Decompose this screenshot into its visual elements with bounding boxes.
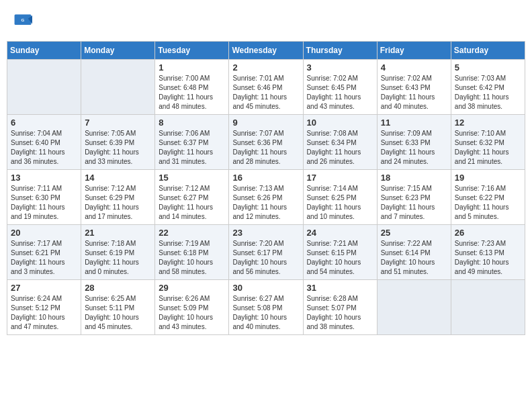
day-info: Sunrise: 7:13 AM Sunset: 6:26 PM Dayligh…	[232, 184, 299, 222]
day-info: Sunrise: 7:12 AM Sunset: 6:27 PM Dayligh…	[159, 184, 225, 222]
calendar-cell: 11Sunrise: 7:09 AM Sunset: 6:33 PM Dayli…	[377, 115, 451, 170]
calendar-cell: 27Sunrise: 6:24 AM Sunset: 5:12 PM Dayli…	[7, 280, 81, 335]
calendar-cell: 7Sunrise: 7:05 AM Sunset: 6:39 PM Daylig…	[81, 115, 155, 170]
calendar-cell	[81, 60, 155, 115]
day-info: Sunrise: 7:18 AM Sunset: 6:19 PM Dayligh…	[85, 239, 151, 277]
page-header: G	[7, 7, 525, 36]
day-number: 26	[455, 228, 521, 238]
day-info: Sunrise: 7:04 AM Sunset: 6:40 PM Dayligh…	[11, 129, 77, 167]
calendar-cell: 8Sunrise: 7:06 AM Sunset: 6:37 PM Daylig…	[155, 115, 229, 170]
calendar-cell: 26Sunrise: 7:23 AM Sunset: 6:13 PM Dayli…	[451, 225, 525, 280]
calendar-cell: 15Sunrise: 7:12 AM Sunset: 6:27 PM Dayli…	[155, 170, 229, 225]
calendar-cell: 3Sunrise: 7:02 AM Sunset: 6:45 PM Daylig…	[303, 60, 377, 115]
calendar-cell: 4Sunrise: 7:02 AM Sunset: 6:43 PM Daylig…	[377, 60, 451, 115]
calendar-cell: 25Sunrise: 7:22 AM Sunset: 6:14 PM Dayli…	[377, 225, 451, 280]
calendar-cell: 10Sunrise: 7:08 AM Sunset: 6:34 PM Dayli…	[303, 115, 377, 170]
day-number: 19	[455, 173, 521, 183]
calendar-cell: 6Sunrise: 7:04 AM Sunset: 6:40 PM Daylig…	[7, 115, 81, 170]
day-number: 16	[232, 173, 299, 183]
calendar-week-row: 13Sunrise: 7:11 AM Sunset: 6:30 PM Dayli…	[7, 170, 525, 225]
svg-text:G: G	[21, 17, 25, 22]
day-info: Sunrise: 7:00 AM Sunset: 6:48 PM Dayligh…	[159, 74, 225, 111]
weekday-header: Friday	[377, 42, 451, 60]
calendar-cell: 14Sunrise: 7:12 AM Sunset: 6:29 PM Dayli…	[81, 170, 155, 225]
day-number: 4	[381, 62, 447, 73]
day-info: Sunrise: 7:08 AM Sunset: 6:34 PM Dayligh…	[307, 129, 373, 167]
day-info: Sunrise: 7:14 AM Sunset: 6:25 PM Dayligh…	[307, 184, 373, 222]
calendar-cell: 20Sunrise: 7:17 AM Sunset: 6:21 PM Dayli…	[7, 225, 81, 280]
day-info: Sunrise: 7:01 AM Sunset: 6:46 PM Dayligh…	[232, 74, 299, 111]
day-info: Sunrise: 7:02 AM Sunset: 6:43 PM Dayligh…	[381, 74, 447, 111]
calendar-cell: 31Sunrise: 6:28 AM Sunset: 5:07 PM Dayli…	[303, 280, 377, 335]
calendar-cell: 12Sunrise: 7:10 AM Sunset: 6:32 PM Dayli…	[451, 115, 525, 170]
weekday-header: Monday	[81, 42, 155, 60]
calendar-cell: 17Sunrise: 7:14 AM Sunset: 6:25 PM Dayli…	[303, 170, 377, 225]
day-number: 28	[85, 283, 151, 293]
calendar-week-row: 1Sunrise: 7:00 AM Sunset: 6:48 PM Daylig…	[7, 60, 525, 115]
logo: G	[13, 13, 35, 32]
day-info: Sunrise: 7:02 AM Sunset: 6:45 PM Dayligh…	[307, 74, 373, 111]
day-info: Sunrise: 7:16 AM Sunset: 6:22 PM Dayligh…	[455, 184, 521, 222]
day-number: 25	[381, 228, 447, 238]
day-info: Sunrise: 7:05 AM Sunset: 6:39 PM Dayligh…	[85, 129, 151, 167]
day-info: Sunrise: 7:06 AM Sunset: 6:37 PM Dayligh…	[159, 129, 225, 167]
logo-icon: G	[13, 13, 32, 32]
weekday-header: Thursday	[303, 42, 377, 60]
day-number: 27	[11, 283, 77, 293]
calendar-table: SundayMondayTuesdayWednesdayThursdayFrid…	[7, 41, 525, 335]
day-info: Sunrise: 7:19 AM Sunset: 6:18 PM Dayligh…	[159, 239, 225, 277]
calendar-week-row: 27Sunrise: 6:24 AM Sunset: 5:12 PM Dayli…	[7, 280, 525, 335]
day-number: 20	[11, 228, 77, 238]
day-info: Sunrise: 7:17 AM Sunset: 6:21 PM Dayligh…	[11, 239, 77, 277]
day-number: 2	[232, 62, 299, 73]
calendar-cell	[451, 280, 525, 335]
day-number: 5	[455, 62, 521, 73]
calendar-cell: 13Sunrise: 7:11 AM Sunset: 6:30 PM Dayli…	[7, 170, 81, 225]
day-number: 9	[232, 118, 299, 128]
day-number: 11	[381, 118, 447, 128]
day-number: 3	[307, 62, 373, 73]
day-info: Sunrise: 6:24 AM Sunset: 5:12 PM Dayligh…	[11, 294, 77, 332]
weekday-header: Sunday	[7, 42, 81, 60]
day-number: 18	[381, 173, 447, 183]
day-info: Sunrise: 7:15 AM Sunset: 6:23 PM Dayligh…	[381, 184, 447, 222]
day-number: 31	[307, 283, 373, 293]
calendar-cell: 9Sunrise: 7:07 AM Sunset: 6:36 PM Daylig…	[229, 115, 303, 170]
calendar-cell	[7, 60, 81, 115]
day-info: Sunrise: 7:22 AM Sunset: 6:14 PM Dayligh…	[381, 239, 447, 277]
day-info: Sunrise: 7:23 AM Sunset: 6:13 PM Dayligh…	[455, 239, 521, 277]
calendar-cell: 22Sunrise: 7:19 AM Sunset: 6:18 PM Dayli…	[155, 225, 229, 280]
calendar-cell: 30Sunrise: 6:27 AM Sunset: 5:08 PM Dayli…	[229, 280, 303, 335]
day-info: Sunrise: 7:09 AM Sunset: 6:33 PM Dayligh…	[381, 129, 447, 167]
day-info: Sunrise: 7:10 AM Sunset: 6:32 PM Dayligh…	[455, 129, 521, 167]
day-info: Sunrise: 7:21 AM Sunset: 6:15 PM Dayligh…	[307, 239, 373, 277]
day-number: 7	[85, 118, 151, 128]
day-info: Sunrise: 6:27 AM Sunset: 5:08 PM Dayligh…	[232, 294, 299, 332]
calendar-cell: 2Sunrise: 7:01 AM Sunset: 6:46 PM Daylig…	[229, 60, 303, 115]
weekday-header: Saturday	[451, 42, 525, 60]
calendar-cell: 23Sunrise: 7:20 AM Sunset: 6:17 PM Dayli…	[229, 225, 303, 280]
day-info: Sunrise: 7:03 AM Sunset: 6:42 PM Dayligh…	[455, 74, 521, 111]
day-number: 10	[307, 118, 373, 128]
weekday-header: Wednesday	[229, 42, 303, 60]
calendar-cell: 18Sunrise: 7:15 AM Sunset: 6:23 PM Dayli…	[377, 170, 451, 225]
calendar-cell: 5Sunrise: 7:03 AM Sunset: 6:42 PM Daylig…	[451, 60, 525, 115]
day-number: 15	[159, 173, 225, 183]
day-number: 23	[232, 228, 299, 238]
calendar-cell: 16Sunrise: 7:13 AM Sunset: 6:26 PM Dayli…	[229, 170, 303, 225]
day-number: 21	[85, 228, 151, 238]
weekday-header: Tuesday	[155, 42, 229, 60]
day-info: Sunrise: 7:20 AM Sunset: 6:17 PM Dayligh…	[232, 239, 299, 277]
calendar-cell: 29Sunrise: 6:26 AM Sunset: 5:09 PM Dayli…	[155, 280, 229, 335]
calendar-cell: 19Sunrise: 7:16 AM Sunset: 6:22 PM Dayli…	[451, 170, 525, 225]
day-info: Sunrise: 6:25 AM Sunset: 5:11 PM Dayligh…	[85, 294, 151, 332]
calendar-cell	[377, 280, 451, 335]
day-info: Sunrise: 7:12 AM Sunset: 6:29 PM Dayligh…	[85, 184, 151, 222]
day-info: Sunrise: 7:11 AM Sunset: 6:30 PM Dayligh…	[11, 184, 77, 222]
day-info: Sunrise: 6:28 AM Sunset: 5:07 PM Dayligh…	[307, 294, 373, 332]
day-number: 1	[159, 62, 225, 73]
calendar-cell: 21Sunrise: 7:18 AM Sunset: 6:19 PM Dayli…	[81, 225, 155, 280]
day-number: 17	[307, 173, 373, 183]
calendar-week-row: 20Sunrise: 7:17 AM Sunset: 6:21 PM Dayli…	[7, 225, 525, 280]
calendar-cell: 24Sunrise: 7:21 AM Sunset: 6:15 PM Dayli…	[303, 225, 377, 280]
